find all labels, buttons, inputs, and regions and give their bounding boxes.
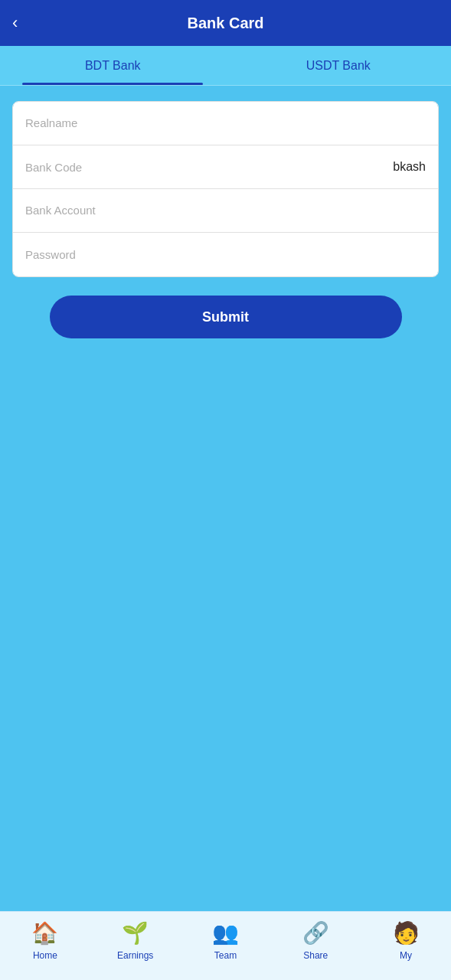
back-button[interactable]: ‹ — [12, 13, 18, 33]
fields-container: Bank Code bkash — [12, 101, 439, 277]
share-icon: 🔗 — [301, 918, 330, 947]
bankcode-label: Bank Code — [25, 161, 393, 174]
team-icon: 👥 — [211, 918, 240, 947]
nav-item-team[interactable]: 👥 Team — [181, 918, 271, 961]
nav-item-my[interactable]: 🧑 My — [361, 918, 451, 961]
nav-item-share[interactable]: 🔗 Share — [270, 918, 361, 961]
header: ‹ Bank Card — [0, 0, 451, 46]
earnings-icon: 🌱 — [121, 918, 150, 947]
nav-item-earnings[interactable]: 🌱 Earnings — [90, 918, 181, 961]
nav-label-team: Team — [214, 950, 237, 961]
nav-label-share: Share — [303, 950, 328, 961]
nav-label-home: Home — [33, 950, 57, 961]
page-title: Bank Card — [187, 15, 263, 32]
bankaccount-input[interactable] — [13, 189, 438, 233]
nav-item-home[interactable]: 🏠 Home — [0, 918, 90, 961]
form-area: Bank Code bkash Submit — [0, 86, 451, 911]
my-icon: 🧑 — [391, 918, 420, 947]
tab-bdt[interactable]: BDT Bank — [0, 46, 226, 85]
nav-label-earnings: Earnings — [117, 950, 153, 961]
nav-label-my: My — [400, 950, 412, 961]
tab-usdt[interactable]: USDT Bank — [226, 46, 452, 85]
password-input[interactable] — [13, 233, 438, 276]
tabs-container: BDT Bank USDT Bank — [0, 46, 451, 86]
realname-input[interactable] — [13, 102, 438, 145]
bankcode-row: Bank Code bkash — [13, 145, 438, 189]
submit-button[interactable]: Submit — [50, 296, 402, 338]
home-icon: 🏠 — [31, 918, 60, 947]
back-icon: ‹ — [12, 13, 18, 33]
bottom-nav: 🏠 Home 🌱 Earnings 👥 Team 🔗 Share 🧑 My — [0, 911, 451, 980]
bankcode-value: bkash — [393, 160, 426, 174]
